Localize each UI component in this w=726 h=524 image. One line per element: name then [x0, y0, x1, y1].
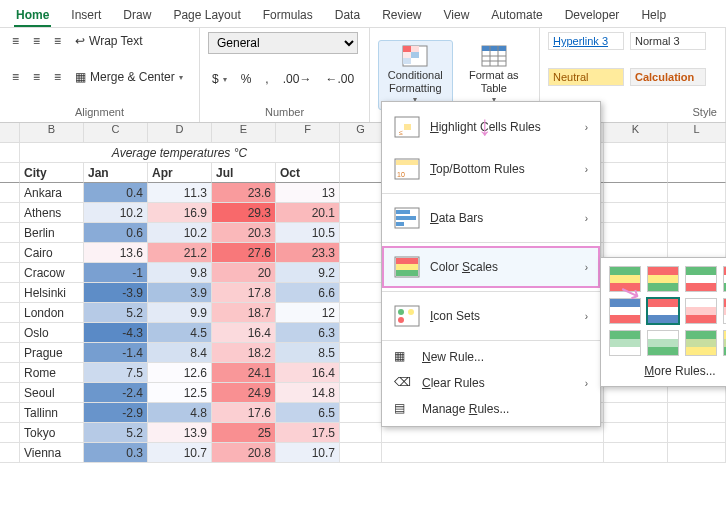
comma-icon[interactable]: ,: [261, 70, 272, 88]
data-cell[interactable]: 11.3: [148, 183, 212, 203]
data-cell[interactable]: 10.2: [84, 203, 148, 223]
data-cell[interactable]: 8.5: [276, 343, 340, 363]
swatch-gyr[interactable]: [609, 266, 641, 292]
data-cell[interactable]: 6.5: [276, 403, 340, 423]
data-cell[interactable]: 10.7: [148, 443, 212, 463]
data-cell[interactable]: 21.2: [148, 243, 212, 263]
data-cell[interactable]: 18.2: [212, 343, 276, 363]
align-left-icon[interactable]: ≡: [8, 68, 23, 86]
data-cell[interactable]: 0.3: [84, 443, 148, 463]
city-cell[interactable]: Prague: [20, 343, 84, 363]
data-cell[interactable]: 12.6: [148, 363, 212, 383]
menu-manage-rules[interactable]: ▤ Manage Rules...: [382, 396, 600, 422]
swatch-gy[interactable]: [685, 330, 717, 356]
swatch-wr[interactable]: [685, 298, 717, 324]
data-cell[interactable]: 4.5: [148, 323, 212, 343]
tab-help[interactable]: Help: [639, 6, 668, 27]
data-cell[interactable]: 23.3: [276, 243, 340, 263]
data-cell[interactable]: 20: [212, 263, 276, 283]
menu-icon-sets[interactable]: Icon Sets ›: [382, 295, 600, 337]
data-cell[interactable]: -4.3: [84, 323, 148, 343]
swatch-bwr[interactable]: [609, 298, 641, 324]
data-cell[interactable]: 10.7: [276, 443, 340, 463]
data-cell[interactable]: 0.4: [84, 183, 148, 203]
data-cell[interactable]: -1: [84, 263, 148, 283]
tab-formulas[interactable]: Formulas: [261, 6, 315, 27]
data-cell[interactable]: 16.4: [212, 323, 276, 343]
conditional-formatting-button[interactable]: Conditional Formatting ▾: [378, 40, 453, 110]
data-cell[interactable]: 13: [276, 183, 340, 203]
tab-review[interactable]: Review: [380, 6, 423, 27]
number-format-select[interactable]: General: [208, 32, 358, 54]
menu-clear-rules[interactable]: ⌫ Clear Rules ›: [382, 370, 600, 396]
style-neutral[interactable]: Neutral: [548, 68, 624, 86]
currency-icon[interactable]: $ ▾: [208, 70, 231, 88]
increase-decimal-icon[interactable]: .00→: [279, 70, 316, 88]
tab-view[interactable]: View: [442, 6, 472, 27]
align-center-icon[interactable]: ≡: [29, 68, 44, 86]
data-cell[interactable]: 20.3: [212, 223, 276, 243]
city-cell[interactable]: Cracow: [20, 263, 84, 283]
style-calculation[interactable]: Calculation: [630, 68, 706, 86]
col-B[interactable]: B: [20, 123, 84, 143]
data-cell[interactable]: 14.8: [276, 383, 340, 403]
data-cell[interactable]: 16.4: [276, 363, 340, 383]
tab-data[interactable]: Data: [333, 6, 362, 27]
wrap-text-button[interactable]: ↩ Wrap Text: [71, 32, 147, 50]
tab-page-layout[interactable]: Page Layout: [171, 6, 242, 27]
col-G[interactable]: G: [340, 123, 382, 143]
data-cell[interactable]: 13.6: [84, 243, 148, 263]
menu-new-rule[interactable]: ▦ New Rule...: [382, 344, 600, 370]
more-rules-link[interactable]: MMore Rules...ore Rules...: [609, 356, 726, 378]
data-cell[interactable]: 20.8: [212, 443, 276, 463]
data-cell[interactable]: 29.3: [212, 203, 276, 223]
tab-insert[interactable]: Insert: [69, 6, 103, 27]
percent-icon[interactable]: %: [237, 70, 256, 88]
data-cell[interactable]: 18.7: [212, 303, 276, 323]
data-cell[interactable]: 17.8: [212, 283, 276, 303]
data-cell[interactable]: 17.5: [276, 423, 340, 443]
format-as-table-button[interactable]: Format as Table ▾: [457, 40, 531, 110]
city-cell[interactable]: Helsinki: [20, 283, 84, 303]
data-cell[interactable]: 9.9: [148, 303, 212, 323]
menu-top-bottom-rules[interactable]: 10 Top/Bottom Rules ›: [382, 148, 600, 190]
data-cell[interactable]: 6.6: [276, 283, 340, 303]
data-cell[interactable]: 3.9: [148, 283, 212, 303]
col-F[interactable]: F: [276, 123, 340, 143]
data-cell[interactable]: 9.2: [276, 263, 340, 283]
data-cell[interactable]: 10.2: [148, 223, 212, 243]
tab-developer[interactable]: Developer: [563, 6, 622, 27]
data-cell[interactable]: 23.6: [212, 183, 276, 203]
align-bottom-icon[interactable]: ≡: [50, 32, 65, 50]
city-cell[interactable]: Rome: [20, 363, 84, 383]
city-cell[interactable]: Tokyo: [20, 423, 84, 443]
data-cell[interactable]: 6.3: [276, 323, 340, 343]
col-C[interactable]: C: [84, 123, 148, 143]
col-D[interactable]: D: [148, 123, 212, 143]
data-cell[interactable]: 24.1: [212, 363, 276, 383]
decrease-decimal-icon[interactable]: ←.00: [321, 70, 358, 88]
tab-draw[interactable]: Draw: [121, 6, 153, 27]
data-cell[interactable]: 20.1: [276, 203, 340, 223]
city-cell[interactable]: Oslo: [20, 323, 84, 343]
align-right-icon[interactable]: ≡: [50, 68, 65, 86]
swatch-gwr[interactable]: [685, 266, 717, 292]
data-cell[interactable]: 9.8: [148, 263, 212, 283]
data-cell[interactable]: -2.4: [84, 383, 148, 403]
data-cell[interactable]: 12.5: [148, 383, 212, 403]
city-cell[interactable]: London: [20, 303, 84, 323]
data-cell[interactable]: -2.9: [84, 403, 148, 423]
menu-highlight-cells-rules[interactable]: ≤ HHighlight Cells Rulesighlight Cells R…: [382, 106, 600, 148]
menu-data-bars[interactable]: Data Bars ›: [382, 197, 600, 239]
data-cell[interactable]: -1.4: [84, 343, 148, 363]
style-hyperlink[interactable]: Hyperlink 3: [548, 32, 624, 50]
city-cell[interactable]: Vienna: [20, 443, 84, 463]
swatch-rwb[interactable]: [647, 298, 679, 324]
data-cell[interactable]: 4.8: [148, 403, 212, 423]
align-top-icon[interactable]: ≡: [8, 32, 23, 50]
data-cell[interactable]: 24.9: [212, 383, 276, 403]
city-cell[interactable]: Berlin: [20, 223, 84, 243]
data-cell[interactable]: 27.6: [212, 243, 276, 263]
tab-home[interactable]: Home: [14, 6, 51, 27]
swatch-ryg[interactable]: [647, 266, 679, 292]
